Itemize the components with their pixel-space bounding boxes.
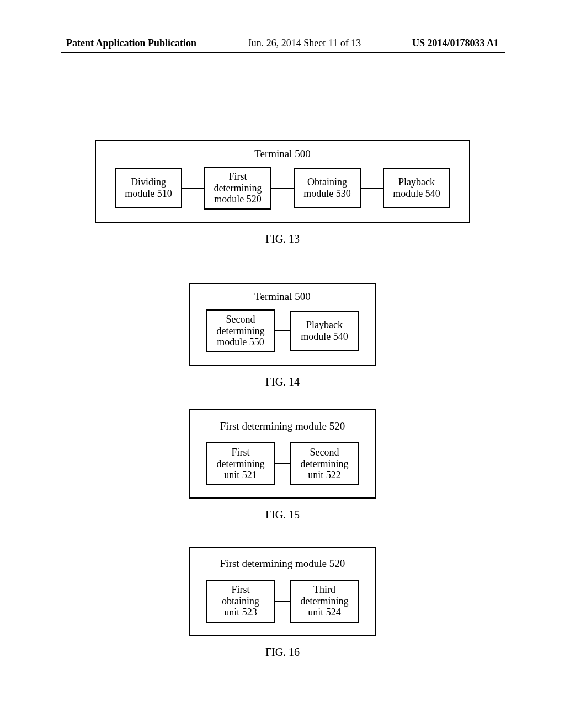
first-determining-module-520-title: First determining module 520 — [190, 418, 375, 442]
dividing-module-510: Dividing module 510 — [115, 168, 182, 208]
label: Dividing — [131, 176, 166, 188]
terminal-500-title: Terminal 500 — [190, 288, 375, 309]
label: First — [231, 584, 249, 596]
header-right: US 2014/0178033 A1 — [412, 38, 499, 49]
connector-line — [275, 601, 290, 602]
fig16-row: First obtaining unit 523 Third determini… — [190, 580, 375, 623]
header-rule — [61, 52, 505, 53]
obtaining-module-530: Obtaining module 530 — [294, 168, 361, 208]
label: Second — [226, 314, 255, 325]
first-obtaining-unit-523: First obtaining unit 523 — [206, 580, 275, 623]
label: module 530 — [303, 188, 351, 200]
connector-line — [361, 188, 383, 189]
figure-14: Terminal 500 Second determining module 5… — [0, 283, 565, 388]
connector-line — [275, 330, 290, 331]
label: module 510 — [125, 188, 172, 200]
label: module 520 — [214, 194, 262, 205]
second-determining-unit-522: Second determining unit 522 — [290, 442, 359, 485]
label: unit 521 — [224, 469, 257, 481]
fig15-caption: FIG. 15 — [0, 508, 565, 521]
label: Third — [313, 584, 335, 596]
first-determining-module-520-box: First determining module 520 First obtai… — [189, 547, 376, 636]
playback-module-540: Playback module 540 — [290, 311, 359, 351]
label: unit 523 — [224, 607, 257, 618]
header-left: Patent Application Publication — [66, 38, 196, 49]
label: module 550 — [217, 336, 264, 348]
first-determining-module-520-box: First determining module 520 First deter… — [189, 409, 376, 499]
page-header: Patent Application Publication Jun. 26, … — [0, 38, 565, 49]
label: unit 524 — [308, 607, 341, 618]
label: Obtaining — [307, 176, 347, 188]
label: module 540 — [301, 331, 348, 342]
label: Playback — [398, 176, 435, 188]
fig13-row: Dividing module 510 First determining mo… — [96, 167, 469, 210]
second-determining-module-550: Second determining module 550 — [206, 309, 275, 352]
fig15-row: First determining unit 521 Second determ… — [190, 442, 375, 485]
first-determining-module-520-title: First determining module 520 — [190, 555, 375, 580]
label: determining — [217, 325, 265, 337]
fig14-caption: FIG. 14 — [0, 376, 565, 388]
fig16-caption: FIG. 16 — [0, 646, 565, 659]
figure-16: First determining module 520 First obtai… — [0, 547, 565, 659]
label: determining — [301, 596, 349, 607]
label: First — [231, 447, 249, 458]
connector-line — [182, 188, 204, 189]
figure-13: Terminal 500 Dividing module 510 First d… — [0, 140, 565, 245]
header-center: Jun. 26, 2014 Sheet 11 of 13 — [248, 38, 361, 49]
label: Playback — [306, 319, 343, 331]
terminal-500-title: Terminal 500 — [96, 146, 469, 167]
terminal-500-box: Terminal 500 Second determining module 5… — [189, 283, 376, 366]
connector-line — [271, 188, 294, 189]
label: determining — [217, 458, 265, 470]
label: Second — [310, 447, 339, 458]
first-determining-unit-521: First determining unit 521 — [206, 442, 275, 485]
connector-line — [275, 463, 290, 464]
label: First — [228, 171, 247, 183]
label: module 540 — [393, 188, 440, 200]
label: determining — [301, 458, 349, 470]
playback-module-540: Playback module 540 — [383, 168, 450, 208]
figure-15: First determining module 520 First deter… — [0, 409, 565, 521]
label: determining — [214, 183, 262, 194]
fig13-caption: FIG. 13 — [0, 233, 565, 245]
terminal-500-box: Terminal 500 Dividing module 510 First d… — [95, 140, 470, 223]
label: unit 522 — [308, 469, 341, 481]
first-determining-module-520: First determining module 520 — [204, 167, 271, 210]
fig14-row: Second determining module 550 Playback m… — [190, 309, 375, 352]
label: obtaining — [222, 596, 259, 607]
third-determining-unit-524: Third determining unit 524 — [290, 580, 359, 623]
